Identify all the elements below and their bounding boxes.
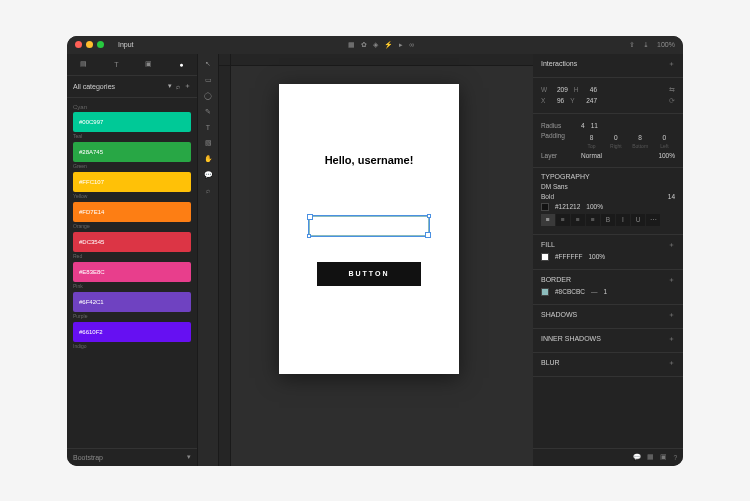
chevron-down-icon[interactable]: ▾ [187, 453, 191, 461]
color-swatch[interactable]: #00C997 [73, 112, 191, 132]
image-tool-icon[interactable]: ▧ [205, 139, 212, 147]
pen-tool-icon[interactable]: ✎ [205, 108, 211, 116]
font-size[interactable]: 14 [668, 193, 675, 200]
assets-tab-icon[interactable]: ▤ [80, 60, 87, 68]
shape-tool-icon[interactable]: ◯ [204, 92, 212, 100]
button-element[interactable]: BUTTON [317, 262, 421, 286]
left-tabs: ▤ T ▣ ● [67, 54, 197, 76]
align-left-icon[interactable]: ≡ [541, 214, 555, 226]
color-swatch[interactable]: #6610F2 [73, 322, 191, 342]
color-swatch[interactable]: #28A745 [73, 142, 191, 162]
color-swatch[interactable]: #FD7E14 [73, 202, 191, 222]
align-justify-icon[interactable]: ≡ [586, 214, 600, 226]
swatch-sublabel: Orange [73, 223, 191, 229]
swatch-sublabel: Yellow [73, 193, 191, 199]
add-shadow-icon[interactable]: ＋ [668, 310, 675, 320]
resize-handle[interactable] [307, 234, 311, 238]
add-interaction-icon[interactable]: ＋ [668, 59, 675, 69]
swatch-sublabel: Red [73, 253, 191, 259]
chat-icon[interactable]: 💬 [633, 453, 641, 461]
border-style-icon[interactable]: — [591, 288, 598, 295]
padding-bottom[interactable]: 8 [630, 134, 651, 141]
x-label: X [541, 97, 551, 104]
height-value[interactable]: 46 [590, 86, 597, 93]
fill-opacity[interactable]: 100% [588, 253, 605, 260]
play-icon[interactable]: ▸ [399, 41, 403, 49]
image-tab-icon[interactable]: ▣ [145, 60, 152, 68]
typography-header: TYPOGRAPHY [541, 173, 590, 180]
search-icon[interactable]: ⌕ [176, 83, 180, 90]
layers-icon[interactable]: ▦ [348, 41, 355, 49]
hand-tool-icon[interactable]: ✋ [204, 155, 213, 163]
swatch-list: Cyan #00C997Teal#28A745Green#FFC107Yello… [67, 98, 197, 448]
border-width[interactable]: 1 [603, 288, 607, 295]
text-tool-icon[interactable]: T [206, 124, 210, 131]
border-color[interactable]: #8CBCBC [555, 288, 585, 295]
color-swatch[interactable]: #FFC107 [73, 172, 191, 192]
y-value[interactable]: 247 [586, 97, 597, 104]
radius-value-a[interactable]: 4 [581, 122, 585, 129]
add-blur-icon[interactable]: ＋ [668, 358, 675, 368]
blend-mode[interactable]: Normal [581, 152, 602, 159]
move-tool-icon[interactable]: ↖ [205, 60, 211, 68]
align-center-icon[interactable]: ≡ [556, 214, 570, 226]
add-fill-icon[interactable]: ＋ [668, 240, 675, 250]
library-name[interactable]: Bootstrap [73, 454, 103, 461]
chevron-down-icon[interactable]: ▾ [168, 82, 172, 90]
add-inner-shadow-icon[interactable]: ＋ [668, 334, 675, 344]
minimize-icon[interactable] [86, 41, 93, 48]
rotate-icon[interactable]: ⟳ [669, 97, 675, 105]
color-swatch[interactable]: #6F42C1 [73, 292, 191, 312]
text-opacity[interactable]: 100% [586, 203, 603, 210]
align-right-icon[interactable]: ≡ [571, 214, 585, 226]
gear-icon[interactable]: ✿ [361, 41, 367, 49]
artboard[interactable]: Hello, username! BUTTON [279, 84, 459, 374]
colors-tab-icon[interactable]: ● [179, 61, 183, 68]
color-swatch[interactable]: #E83E8C [73, 262, 191, 282]
text-color-chip[interactable] [541, 203, 549, 211]
grid-icon[interactable]: ▦ [647, 453, 654, 461]
border-color-chip[interactable] [541, 288, 549, 296]
help-icon[interactable]: ? [673, 454, 677, 461]
swatch-sublabel: Pink [73, 283, 191, 289]
comment-tool-icon[interactable]: 💬 [204, 171, 213, 179]
underline-icon[interactable]: U [631, 214, 645, 226]
bold-icon[interactable]: B [601, 214, 615, 226]
add-border-icon[interactable]: ＋ [668, 275, 675, 285]
font-weight[interactable]: Bold [541, 193, 554, 200]
greeting-text[interactable]: Hello, username! [279, 154, 459, 166]
component-icon[interactable]: ◈ [373, 41, 378, 49]
padding-right[interactable]: 0 [605, 134, 626, 141]
text-tab-icon[interactable]: T [114, 61, 118, 68]
zoom-tool-icon[interactable]: ⌕ [206, 187, 210, 194]
close-icon[interactable] [75, 41, 82, 48]
fill-color[interactable]: #FFFFFF [555, 253, 582, 260]
text-color[interactable]: #121212 [555, 203, 580, 210]
italic-icon[interactable]: I [616, 214, 630, 226]
canvas[interactable]: Hello, username! BUTTON [219, 54, 533, 466]
left-panel: ▤ T ▣ ● All categories ▾ ⌕ ＋ Cyan #00C99… [67, 54, 197, 466]
maximize-icon[interactable] [97, 41, 104, 48]
bolt-icon[interactable]: ⚡ [384, 41, 393, 49]
resize-handle[interactable] [427, 214, 431, 218]
padding-top[interactable]: 8 [581, 134, 602, 141]
width-value[interactable]: 209 [557, 86, 568, 93]
x-value[interactable]: 96 [557, 97, 564, 104]
export-icon[interactable]: ⤓ [643, 41, 649, 49]
more-type-icon[interactable]: ⋯ [646, 214, 660, 226]
padding-left[interactable]: 0 [654, 134, 675, 141]
layer-opacity[interactable]: 100% [658, 152, 675, 159]
lock-icon[interactable]: ⇆ [669, 86, 675, 94]
add-icon[interactable]: ＋ [184, 81, 191, 91]
zoom-level[interactable]: 100% [657, 41, 675, 48]
category-select[interactable]: All categories [73, 83, 164, 90]
selected-input-element[interactable] [309, 216, 429, 236]
frame-tool-icon[interactable]: ▭ [205, 76, 212, 84]
color-swatch[interactable]: #DC3545 [73, 232, 191, 252]
radius-value-b[interactable]: 11 [591, 122, 598, 129]
fill-color-chip[interactable] [541, 253, 549, 261]
preview-icon[interactable]: ▣ [660, 453, 667, 461]
link-icon[interactable]: ∞ [409, 41, 414, 49]
font-family[interactable]: DM Sans [541, 183, 568, 190]
share-icon[interactable]: ⇪ [629, 41, 635, 49]
